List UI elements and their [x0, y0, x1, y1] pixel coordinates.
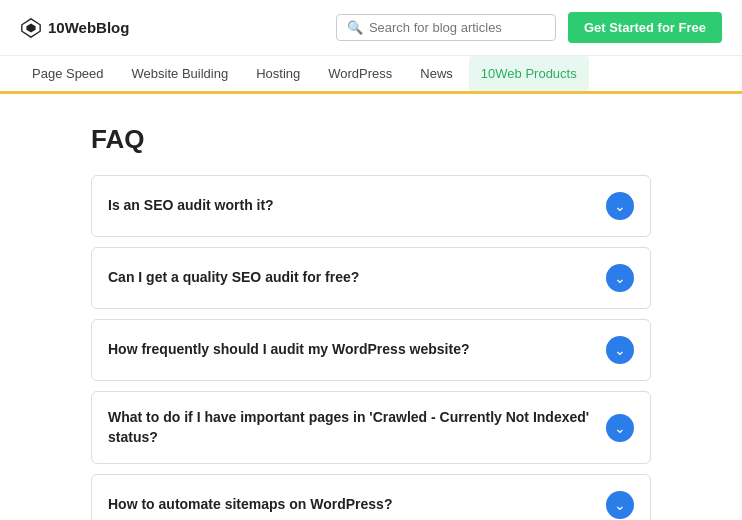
main-content: FAQ Is an SEO audit worth it? ⌄ Can I ge… — [71, 94, 671, 520]
faq-toggle-5[interactable]: ⌄ — [606, 491, 634, 519]
header-right: 🔍 Get Started for Free — [336, 12, 722, 43]
main-nav: Page Speed Website Building Hosting Word… — [0, 56, 742, 94]
nav-item-wordpress[interactable]: WordPress — [316, 56, 404, 91]
search-bar[interactable]: 🔍 — [336, 14, 556, 41]
chevron-down-icon-4: ⌄ — [614, 420, 626, 436]
faq-question-4: What to do if I have important pages in … — [108, 408, 606, 447]
faq-question-3: How frequently should I audit my WordPre… — [108, 340, 606, 360]
cta-button[interactable]: Get Started for Free — [568, 12, 722, 43]
nav-item-10web-products[interactable]: 10Web Products — [469, 56, 589, 91]
chevron-down-icon-3: ⌄ — [614, 342, 626, 358]
faq-item-2[interactable]: Can I get a quality SEO audit for free? … — [91, 247, 651, 309]
faq-item-1[interactable]: Is an SEO audit worth it? ⌄ — [91, 175, 651, 237]
search-input[interactable] — [369, 20, 545, 35]
faq-item-5[interactable]: How to automate sitemaps on WordPress? ⌄ — [91, 474, 651, 520]
chevron-down-icon-1: ⌄ — [614, 198, 626, 214]
faq-toggle-2[interactable]: ⌄ — [606, 264, 634, 292]
chevron-down-icon-5: ⌄ — [614, 497, 626, 513]
logo[interactable]: 10WebBlog — [20, 17, 129, 39]
faq-item-4[interactable]: What to do if I have important pages in … — [91, 391, 651, 464]
nav-item-hosting[interactable]: Hosting — [244, 56, 312, 91]
svg-marker-1 — [26, 23, 35, 32]
faq-question-2: Can I get a quality SEO audit for free? — [108, 268, 606, 288]
nav-item-website-building[interactable]: Website Building — [120, 56, 241, 91]
chevron-down-icon-2: ⌄ — [614, 270, 626, 286]
faq-toggle-4[interactable]: ⌄ — [606, 414, 634, 442]
faq-question-1: Is an SEO audit worth it? — [108, 196, 606, 216]
faq-item-3[interactable]: How frequently should I audit my WordPre… — [91, 319, 651, 381]
faq-title: FAQ — [91, 124, 651, 155]
faq-toggle-1[interactable]: ⌄ — [606, 192, 634, 220]
logo-text: 10WebBlog — [48, 19, 129, 36]
faq-question-5: How to automate sitemaps on WordPress? — [108, 495, 606, 515]
logo-icon — [20, 17, 42, 39]
header: 10WebBlog 🔍 Get Started for Free — [0, 0, 742, 56]
faq-list: Is an SEO audit worth it? ⌄ Can I get a … — [91, 175, 651, 520]
faq-toggle-3[interactable]: ⌄ — [606, 336, 634, 364]
nav-item-page-speed[interactable]: Page Speed — [20, 56, 116, 91]
search-icon: 🔍 — [347, 20, 363, 35]
nav-item-news[interactable]: News — [408, 56, 465, 91]
